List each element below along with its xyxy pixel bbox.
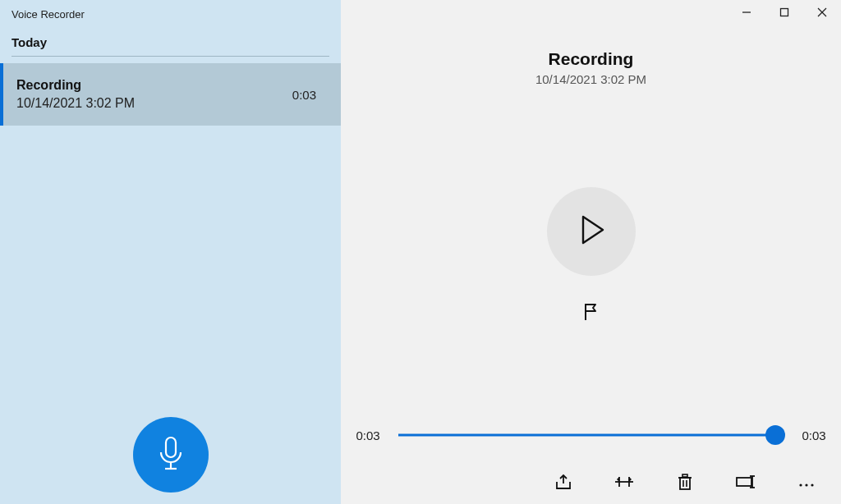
share-button[interactable] (550, 470, 577, 497)
main-date: 10/14/2021 3:02 PM (341, 72, 841, 86)
record-button[interactable] (133, 417, 209, 493)
close-icon (817, 7, 827, 17)
recording-meta: Recording 10/14/2021 3:02 PM (16, 78, 135, 111)
add-marker-button[interactable] (578, 300, 604, 327)
svg-marker-7 (583, 217, 603, 243)
svg-rect-15 (680, 478, 690, 489)
svg-point-24 (799, 483, 802, 486)
maximize-button[interactable] (765, 0, 803, 25)
svg-point-25 (805, 483, 807, 486)
seek-slider[interactable] (398, 427, 784, 443)
rename-button[interactable] (733, 470, 759, 497)
recordings-list: Recording 10/14/2021 3:02 PM 0:03 (0, 57, 341, 126)
svg-rect-19 (682, 474, 687, 477)
recording-date: 10/14/2021 3:02 PM (16, 96, 135, 111)
app-title: Voice Recorder (0, 0, 341, 35)
trash-icon (677, 473, 693, 494)
share-icon (554, 473, 573, 494)
trim-icon (614, 474, 635, 493)
flag-icon (581, 301, 602, 326)
svg-rect-20 (737, 478, 751, 486)
maximize-icon (779, 7, 789, 17)
minimize-icon (742, 7, 751, 17)
rename-icon (735, 474, 756, 493)
window-titlebar (341, 0, 841, 30)
seek-knob[interactable] (765, 425, 785, 445)
svg-rect-0 (166, 438, 176, 457)
svg-marker-14 (629, 477, 632, 482)
total-time: 0:03 (795, 428, 833, 442)
recording-duration: 0:03 (292, 88, 316, 102)
trim-button[interactable] (611, 470, 637, 497)
svg-marker-13 (617, 477, 619, 482)
more-icon (798, 476, 815, 491)
seek-track (398, 434, 784, 437)
svg-point-26 (811, 483, 813, 486)
svg-rect-4 (781, 9, 788, 16)
microphone-icon (157, 436, 185, 474)
play-icon (575, 212, 608, 251)
playback-area (341, 86, 841, 427)
bottom-toolbar (341, 463, 841, 504)
section-header: Today (0, 35, 341, 56)
delete-button[interactable] (672, 470, 698, 497)
main-header: Recording 10/14/2021 3:02 PM (341, 30, 841, 86)
close-button[interactable] (803, 0, 841, 25)
timeline: 0:03 0:03 (341, 427, 841, 463)
play-button[interactable] (547, 187, 636, 276)
recording-item[interactable]: Recording 10/14/2021 3:02 PM 0:03 (0, 63, 341, 126)
more-button[interactable] (793, 470, 820, 497)
minimize-button[interactable] (728, 0, 765, 25)
sidebar: Voice Recorder Today Recording 10/14/202… (0, 0, 341, 504)
main-title: Recording (341, 49, 841, 69)
recording-title: Recording (16, 78, 135, 93)
app-window: Voice Recorder Today Recording 10/14/202… (0, 0, 841, 504)
main-panel: Recording 10/14/2021 3:02 PM 0:03 0:03 (341, 0, 841, 504)
elapsed-time: 0:03 (349, 428, 387, 442)
